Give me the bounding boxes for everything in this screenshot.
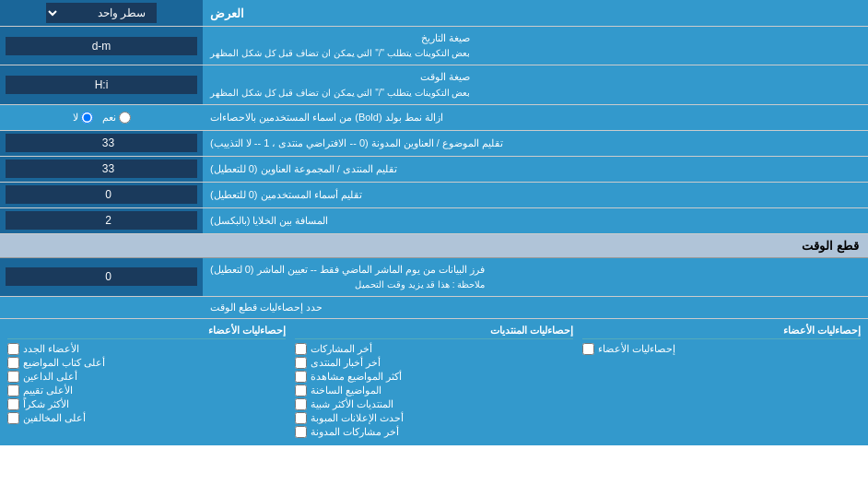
bold-remove-no-label[interactable]: لا xyxy=(73,112,93,124)
username-trim-input-cell xyxy=(0,183,203,207)
stats-members-label: إحصاءليات الأعضاء xyxy=(598,343,675,355)
stats-item-top-violations: أعلى المخالفين xyxy=(7,412,286,424)
display-row: العرض سطر واحد سطرين ثلاثة أسطر xyxy=(0,0,868,27)
date-format-input[interactable] xyxy=(6,37,197,55)
checkbox-most-thanks[interactable] xyxy=(7,398,19,410)
checkbox-hot-topics[interactable] xyxy=(295,385,307,396)
stats-item-new-members: الأعضاء الجدد xyxy=(7,343,286,355)
time-cutoff-title: فرز البيانات من يوم الماشر الماضي فقط --… xyxy=(210,263,485,277)
cell-spacing-label: المسافة بين الخلايا (بالبكسل) xyxy=(203,208,868,233)
bold-remove-radio-cell: نعم لا xyxy=(0,105,203,130)
topic-titles-input-cell xyxy=(0,131,203,156)
time-format-input[interactable] xyxy=(6,76,197,94)
forum-titles-input[interactable] xyxy=(6,160,197,178)
topic-titles-row: تقليم الموضوع / العناوين المدونة (0 -- ا… xyxy=(0,131,868,157)
time-format-input-cell xyxy=(0,65,203,103)
display-select[interactable]: سطر واحد سطرين ثلاثة أسطر xyxy=(46,3,157,23)
time-format-sublabel: بعض التكوينات يتطلب "/" التي يمكن ان تضا… xyxy=(210,87,470,100)
time-format-label: صيغة الوقت بعض التكوينات يتطلب "/" التي … xyxy=(203,65,868,103)
stats-col2-header: إحصاءليات المنتديات xyxy=(295,325,573,339)
checkbox-top-posters[interactable] xyxy=(7,357,19,369)
stats-col3-header: إحصاءليات الأعضاء xyxy=(7,325,286,339)
checkbox-new-members[interactable] xyxy=(7,343,19,355)
time-section-header: قطع الوقت xyxy=(0,234,868,258)
time-cutoff-input[interactable] xyxy=(6,267,197,286)
stats-item-top-rated: الأعلى تقييم xyxy=(7,385,286,396)
stats-item-similar-forums: المنتديات الأكثر شبية xyxy=(295,398,573,410)
bold-remove-yes-label[interactable]: نعم xyxy=(102,112,131,124)
time-cutoff-label: فرز البيانات من يوم الماشر الماضي فقط --… xyxy=(203,258,868,296)
time-cutoff-row: فرز البيانات من يوم الماشر الماضي فقط --… xyxy=(0,258,868,297)
forum-titles-title: تقليم المنتدى / المجموعة العناوين (0 للت… xyxy=(210,162,397,176)
stats-columns-inner: إحصاءليات الأعضاء إحصاءليات الأعضاء إحصا… xyxy=(0,325,868,440)
checkbox-last-posts[interactable] xyxy=(295,343,307,355)
username-trim-input[interactable] xyxy=(6,185,197,204)
date-format-title: صيغة التاريخ xyxy=(210,31,470,45)
stats-col3: إحصاءليات الأعضاء الأعضاء الجدد أعلى كتا… xyxy=(7,325,286,440)
cell-spacing-row: المسافة بين الخلايا (بالبكسل) xyxy=(0,208,868,234)
date-format-sublabel: بعض التكوينات يتطلب "/" التي يمكن ان تضا… xyxy=(210,47,470,60)
stats-members-checkbox[interactable] xyxy=(582,343,594,355)
bold-remove-row: ازالة نمط بولد (Bold) من اسماء المستخدمي… xyxy=(0,105,868,131)
bold-remove-label: ازالة نمط بولد (Bold) من اسماء المستخدمي… xyxy=(203,105,868,130)
checkbox-forum-news[interactable] xyxy=(295,357,307,369)
bold-remove-yes-radio[interactable] xyxy=(119,112,131,124)
stats-item-hot-topics: المواضيع الساخنة xyxy=(295,385,573,396)
topic-titles-input[interactable] xyxy=(6,134,197,152)
cell-spacing-input[interactable] xyxy=(6,211,197,230)
stats-item-last-posts: أخر المشاركات xyxy=(295,343,573,355)
stats-item-blog-posts: أخر مشاركات المدونة xyxy=(295,426,573,438)
time-cutoff-input-cell xyxy=(0,258,203,296)
stats-item-top-posters: أعلى كتاب المواضيع xyxy=(7,357,286,369)
stats-item-members: إحصاءليات الأعضاء xyxy=(582,343,861,355)
stats-item-top-inviters: أعلى الداعين xyxy=(7,371,286,383)
time-cutoff-note: ملاحظة : هذا قد يزيد وقت التحميل xyxy=(210,278,485,291)
username-trim-row: تقليم أسماء المستخدمين (0 للتعطيل) xyxy=(0,183,868,208)
stats-limit-label: حدد إحصاءليات قطع الوقت xyxy=(210,302,861,314)
topic-titles-label: تقليم الموضوع / العناوين المدونة (0 -- ا… xyxy=(203,131,868,156)
stats-item-forum-news: أخر أخبار المنتدى xyxy=(295,357,573,369)
checkbox-classifieds[interactable] xyxy=(295,412,307,424)
cell-spacing-input-cell xyxy=(0,208,203,233)
stats-columns: إحصاءليات الأعضاء إحصاءليات الأعضاء إحصا… xyxy=(0,319,868,445)
stats-item-most-viewed: أكثر المواضيع مشاهدة xyxy=(295,371,573,383)
checkbox-similar-forums[interactable] xyxy=(295,398,307,410)
stats-limit-row: حدد إحصاءليات قطع الوقت xyxy=(0,297,868,319)
stats-col1-header: إحصاءليات الأعضاء xyxy=(582,325,861,339)
display-select-cell: سطر واحد سطرين ثلاثة أسطر xyxy=(0,0,203,26)
forum-titles-row: تقليم المنتدى / المجموعة العناوين (0 للت… xyxy=(0,157,868,183)
display-label: العرض xyxy=(203,0,868,26)
topic-titles-title: تقليم الموضوع / العناوين المدونة (0 -- ا… xyxy=(210,136,503,150)
forum-titles-label: تقليم المنتدى / المجموعة العناوين (0 للت… xyxy=(203,157,868,182)
bold-remove-title: ازالة نمط بولد (Bold) من اسماء المستخدمي… xyxy=(210,111,443,124)
checkbox-blog-posts[interactable] xyxy=(295,426,307,438)
stats-col-empty: إحصاءليات الأعضاء إحصاءليات الأعضاء xyxy=(582,325,861,440)
cell-spacing-title: المسافة بين الخلايا (بالبكسل) xyxy=(210,214,329,228)
stats-col2: إحصاءليات المنتديات أخر المشاركات أخر أخ… xyxy=(295,325,573,440)
time-format-row: صيغة الوقت بعض التكوينات يتطلب "/" التي … xyxy=(0,65,868,104)
username-trim-title: تقليم أسماء المستخدمين (0 للتعطيل) xyxy=(210,188,362,202)
date-format-row: صيغة التاريخ بعض التكوينات يتطلب "/" الت… xyxy=(0,27,868,65)
bold-remove-no-radio[interactable] xyxy=(81,112,93,124)
forum-titles-input-cell xyxy=(0,157,203,182)
checkbox-top-violations[interactable] xyxy=(7,412,19,424)
stats-item-most-thanks: الأكثر شكراً xyxy=(7,398,286,410)
username-trim-label: تقليم أسماء المستخدمين (0 للتعطيل) xyxy=(203,183,868,207)
checkbox-most-viewed[interactable] xyxy=(295,371,307,383)
checkbox-top-rated[interactable] xyxy=(7,385,19,396)
date-format-label: صيغة التاريخ بعض التكوينات يتطلب "/" الت… xyxy=(203,27,868,65)
time-format-title: صيغة الوقت xyxy=(210,70,470,84)
date-format-input-cell xyxy=(0,27,203,65)
main-container: العرض سطر واحد سطرين ثلاثة أسطر صيغة الت… xyxy=(0,0,868,445)
checkbox-top-inviters[interactable] xyxy=(7,371,19,383)
stats-item-classifieds: أحدث الإعلانات المبوبة xyxy=(295,412,573,424)
